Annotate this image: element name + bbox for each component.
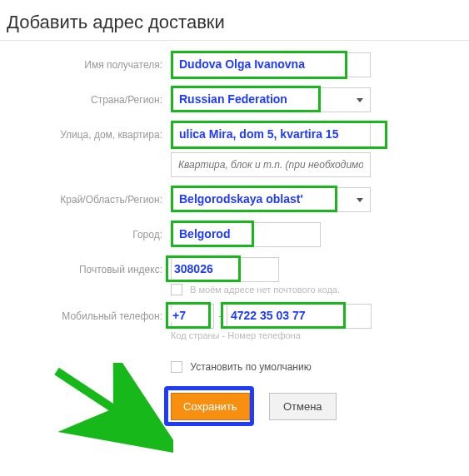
no-zip-row: В моём адресе нет почтового кода.: [171, 284, 469, 295]
recipient-input[interactable]: [171, 52, 371, 77]
address2-input[interactable]: [171, 152, 371, 177]
row-street: Улица, дом, квартира: ulica Mira, dom 5,…: [0, 122, 469, 147]
page-title: Добавить адрес доставки: [0, 0, 469, 40]
divider: [0, 40, 469, 41]
phone-number-input[interactable]: [227, 304, 372, 329]
label-country: Страна/Регион:: [0, 87, 171, 112]
row-region: Край/Область/Регион: x Belgorodskaya obl…: [0, 187, 469, 212]
row-phone: Мобильный телефон: - +7 4722 35 03 77: [0, 304, 469, 329]
button-row: Сохранить Отмена: [171, 393, 469, 420]
cancel-button[interactable]: Отмена: [269, 393, 337, 420]
set-default-row: Установить по умолчанию: [171, 360, 469, 373]
no-zip-checkbox[interactable]: [171, 284, 182, 295]
label-region: Край/Область/Регион:: [0, 187, 171, 212]
row-zip: Почтовый индекс: 308026: [0, 257, 469, 282]
phone-dash: -: [218, 310, 222, 322]
row-recipient: Имя получателя: Dudova Olga Ivanovna: [0, 52, 469, 77]
zip-input[interactable]: [171, 257, 279, 282]
shipping-address-form: Имя получателя: Dudova Olga Ivanovna Стр…: [0, 52, 469, 420]
chevron-down-icon: [357, 198, 363, 202]
country-select[interactable]: x: [171, 87, 371, 112]
set-default-checkbox[interactable]: [171, 361, 182, 373]
set-default-label: Установить по умолчанию: [190, 361, 311, 373]
no-zip-label: В моём адресе нет почтового кода.: [190, 285, 340, 295]
city-input[interactable]: [171, 222, 321, 247]
label-street: Улица, дом, квартира:: [0, 122, 171, 147]
label-recipient: Имя получателя:: [0, 52, 171, 77]
street-input[interactable]: [171, 122, 371, 147]
label-zip: Почтовый индекс:: [0, 257, 171, 282]
row-city: Город: Belgorod: [0, 222, 469, 247]
row-addr2: [0, 152, 469, 177]
row-country: Страна/Регион: x Russian Federation: [0, 87, 469, 112]
chevron-down-icon: [357, 98, 363, 102]
region-select[interactable]: x: [171, 187, 371, 212]
save-button[interactable]: Сохранить: [171, 393, 250, 420]
phone-code-input[interactable]: [171, 304, 214, 329]
label-phone: Мобильный телефон:: [0, 304, 171, 329]
phone-sub-label: Код страны - Номер телефона: [171, 330, 469, 340]
label-city: Город:: [0, 222, 171, 247]
